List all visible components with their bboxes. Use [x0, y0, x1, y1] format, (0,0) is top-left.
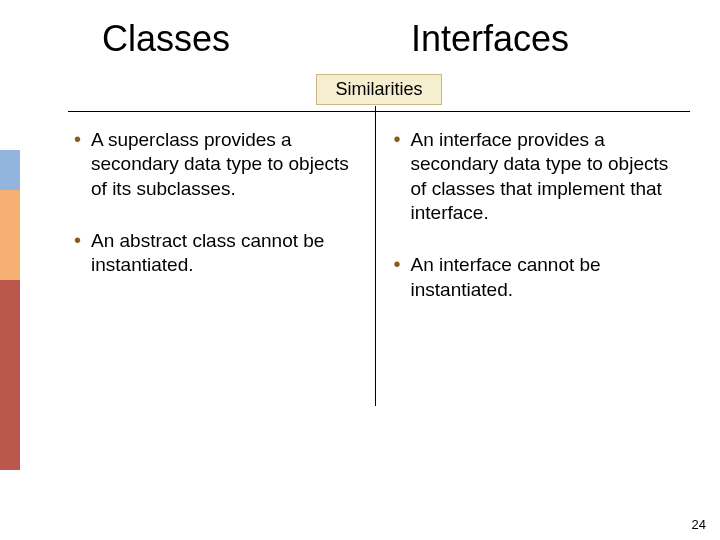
right-column: • An interface provides a secondary data… [380, 112, 691, 412]
sidebar-accent [0, 0, 20, 540]
bullet-text: An interface provides a secondary data t… [411, 128, 680, 225]
subheading: Similarities [316, 74, 441, 105]
bullet-text: An interface cannot be instantiated. [411, 253, 680, 302]
bullet-text: An abstract class cannot be instantiated… [91, 229, 360, 278]
bullet-text: A superclass provides a secondary data t… [91, 128, 360, 201]
heading-left: Classes [68, 18, 381, 60]
list-item: • An abstract class cannot be instantiat… [74, 229, 361, 278]
subheading-wrap: Similarities [68, 74, 690, 105]
left-column: • A superclass provides a secondary data… [68, 112, 371, 412]
slide-body: Classes Interfaces Similarities • A supe… [20, 0, 720, 540]
columns: • A superclass provides a secondary data… [68, 112, 690, 412]
bullet-icon: • [394, 128, 401, 150]
bullet-icon: • [74, 128, 81, 150]
heading-right: Interfaces [381, 18, 690, 60]
list-item: • An interface cannot be instantiated. [394, 253, 681, 302]
bullet-icon: • [394, 253, 401, 275]
bullet-icon: • [74, 229, 81, 251]
list-item: • An interface provides a secondary data… [394, 128, 681, 225]
page-number: 24 [692, 517, 706, 532]
divider-vertical [375, 106, 376, 406]
heading-row: Classes Interfaces [68, 18, 690, 60]
list-item: • A superclass provides a secondary data… [74, 128, 361, 201]
